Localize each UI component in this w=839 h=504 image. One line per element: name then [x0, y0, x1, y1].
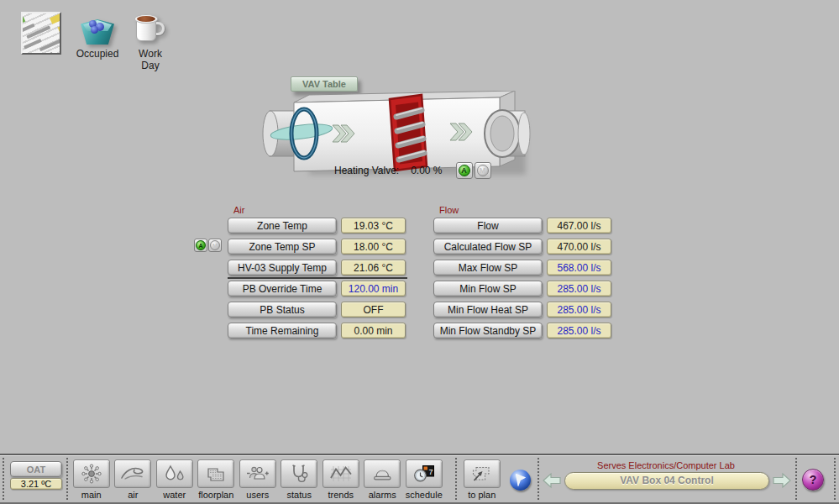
- table-row: Flow 467.00 l/s: [433, 218, 611, 234]
- table-row: Min Flow Standby SP 285.00 l/s: [433, 323, 611, 339]
- min-flow-heat-sp-value[interactable]: 285.00 l/s: [547, 302, 611, 318]
- zone-temp-button[interactable]: Zone Temp: [228, 218, 337, 234]
- previous-page-arrow[interactable]: [542, 471, 562, 490]
- occupied-label: Occupied: [75, 48, 120, 60]
- vav-table-button[interactable]: VAV Table: [291, 76, 358, 92]
- air-section-title: Air: [233, 205, 406, 215]
- workday-mug-icon: [134, 12, 167, 45]
- serves-label: Serves Electronics/Computer Lab: [558, 460, 774, 470]
- nav-trends-button[interactable]: trends: [320, 459, 362, 500]
- heating-coil-icon: [390, 95, 427, 171]
- zone-temp-sp-value: 18.00 °C: [341, 239, 406, 255]
- table-row: Time Remaining 0.00 min: [228, 323, 406, 339]
- toolbar-separator: [3, 458, 4, 500]
- flow-button[interactable]: Flow: [433, 218, 543, 234]
- toolbar-separator: [795, 458, 797, 500]
- table-row: Min Flow SP 285.00 l/s: [433, 281, 611, 297]
- toolbar-separator: [537, 458, 539, 500]
- min-flow-standby-sp-button[interactable]: Min Flow Standby SP: [433, 323, 543, 339]
- nav-users-button[interactable]: users: [237, 459, 279, 500]
- droplets-icon: [161, 463, 188, 485]
- table-row: HV-03 Supply Temp 21.06 °C: [228, 260, 406, 276]
- calculated-flow-sp-button[interactable]: Calculated Flow SP: [433, 239, 543, 255]
- table-row: Min Flow Heat SP 285.00 l/s: [433, 302, 611, 318]
- pb-override-time-button[interactable]: PB Override Time: [228, 281, 337, 297]
- nav-to-plan-button[interactable]: to plan: [461, 459, 503, 500]
- max-flow-sp-button[interactable]: Max Flow SP: [433, 260, 543, 276]
- help-button[interactable]: ?: [802, 469, 824, 491]
- nav-status-button[interactable]: status: [279, 459, 321, 500]
- vav-control-screen: Occupied Work Day VAV Table: [0, 0, 839, 504]
- manual-mode-icon: M: [477, 165, 489, 176]
- hv03-supply-temp-button[interactable]: HV-03 Supply Temp: [228, 260, 337, 276]
- svg-text:7: 7: [428, 468, 433, 476]
- next-page-arrow[interactable]: [772, 471, 792, 490]
- globe-icon[interactable]: [510, 470, 531, 491]
- bell-icon: [369, 463, 396, 485]
- stethoscope-icon: [286, 463, 312, 485]
- bottom-toolbar: OAT 3.21 ºC main: [0, 454, 839, 504]
- toolbar-separator: [455, 458, 457, 500]
- air-section: Air Zone Temp 19.03 °C Zone Temp SP 18.0…: [228, 205, 406, 339]
- time-remaining-value: 0.00 min: [341, 323, 406, 339]
- flow-value: 467.00 l/s: [547, 218, 611, 234]
- heating-valve-value: 0.00 %: [411, 165, 442, 176]
- wind-icon: [119, 463, 146, 485]
- nav-air-button[interactable]: air: [113, 459, 155, 500]
- page-title[interactable]: VAV Box 04 Control: [564, 472, 769, 490]
- users-icon: [244, 463, 271, 485]
- nav-alarms-button[interactable]: alarms: [362, 459, 404, 500]
- zone-temp-sp-button[interactable]: Zone Temp SP: [228, 239, 337, 255]
- nav-floorplan-button[interactable]: floorplan: [196, 459, 238, 500]
- arrow-right-icon: [772, 471, 792, 490]
- pb-override-time-value[interactable]: 120.00 min: [341, 281, 406, 297]
- flow-section-title: Flow: [439, 205, 611, 215]
- clock-calendar-icon: 7: [411, 463, 438, 485]
- table-row: Zone Temp 19.03 °C: [228, 218, 406, 234]
- calculated-flow-sp-value: 470.00 l/s: [547, 239, 611, 255]
- oat-readout: OAT 3.21 ºC: [10, 461, 62, 490]
- trend-chart-icon: [328, 463, 354, 485]
- time-remaining-button[interactable]: Time Remaining: [228, 323, 337, 339]
- hv03-supply-temp-value: 21.06 °C: [341, 260, 406, 276]
- oat-value: 3.21 ºC: [10, 478, 62, 490]
- workday-label: Work Day: [128, 48, 172, 71]
- heating-valve-row: Heating Valve: 0.00 % A M: [334, 162, 491, 179]
- nav-water-button[interactable]: water: [154, 459, 196, 500]
- sun-icon: [78, 463, 105, 485]
- zone-temp-sp-manual-button[interactable]: M: [208, 239, 222, 252]
- table-row: Max Flow SP 568.00 l/s: [433, 260, 611, 276]
- manual-mode-icon: M: [210, 240, 220, 250]
- toolbar-separator: [834, 458, 836, 500]
- schedule-thumbnail-image: [21, 12, 61, 55]
- min-flow-sp-button[interactable]: Min Flow SP: [433, 281, 543, 297]
- heating-valve-auto-button[interactable]: A: [456, 162, 473, 179]
- arrow-left-icon: [542, 471, 562, 490]
- heating-valve-label: Heating Valve:: [334, 165, 399, 176]
- nav-schedule-button[interactable]: 7 schedule: [403, 459, 445, 500]
- schedule-thumbnail-button[interactable]: [21, 12, 61, 55]
- plan-arrow-icon: [469, 463, 496, 485]
- auto-mode-icon: A: [459, 165, 470, 176]
- floorplan-icon: [202, 463, 229, 485]
- toolbar-separator: [66, 458, 68, 500]
- occupied-cube-icon: [79, 12, 116, 45]
- max-flow-sp-value[interactable]: 568.00 l/s: [547, 260, 611, 276]
- nav-main-button[interactable]: main: [71, 459, 113, 500]
- heating-valve-manual-button[interactable]: M: [475, 162, 491, 179]
- table-row: PB Override Time 120.00 min: [228, 281, 406, 297]
- min-flow-heat-sp-button[interactable]: Min Flow Heat SP: [433, 302, 543, 318]
- toolbar-nav-strip: main air water: [71, 459, 445, 500]
- flow-section: Flow Flow 467.00 l/s Calculated Flow SP …: [433, 205, 611, 339]
- table-row: Calculated Flow SP 470.00 l/s: [433, 239, 611, 255]
- occupancy-indicator: Occupied: [75, 12, 120, 60]
- min-flow-sp-value[interactable]: 285.00 l/s: [547, 281, 611, 297]
- oat-button[interactable]: OAT: [10, 461, 62, 477]
- zone-temp-sp-auto-button[interactable]: A: [194, 239, 207, 252]
- day-type-indicator: Work Day: [128, 12, 172, 71]
- pb-status-value: OFF: [341, 302, 406, 318]
- min-flow-standby-sp-value[interactable]: 285.00 l/s: [547, 323, 611, 339]
- zone-temp-value: 19.03 °C: [341, 218, 406, 234]
- table-row: Zone Temp SP 18.00 °C: [228, 239, 406, 255]
- pb-status-button[interactable]: PB Status: [228, 302, 337, 318]
